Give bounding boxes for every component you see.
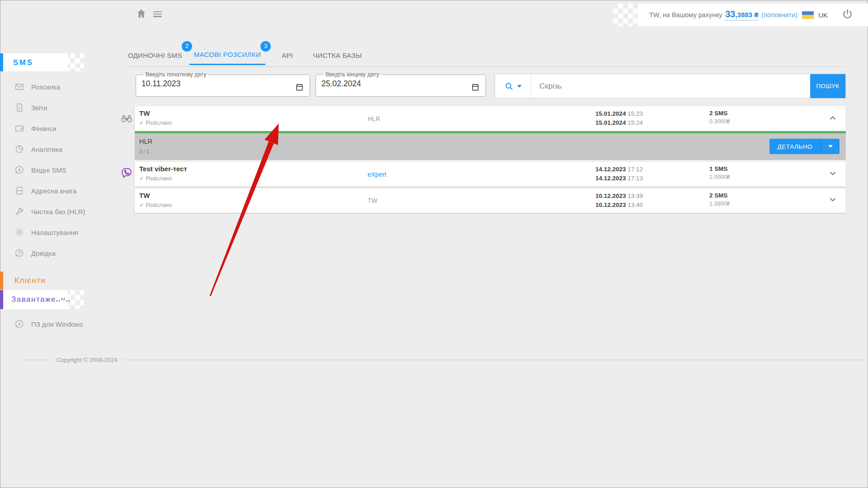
calendar-icon[interactable] <box>295 83 304 93</box>
balance-fraction: ,3883 ₴ <box>735 11 759 19</box>
tab-chystka-bazy[interactable]: ЧИСТКА БАЗЫ <box>308 45 366 65</box>
search-button[interactable]: ПОШУК <box>810 74 845 98</box>
sidebar-item-nalashtuvannya[interactable]: Налаштування <box>0 222 118 243</box>
sidebar-item-analityka[interactable]: Аналітика <box>0 139 118 160</box>
sidebar-item-windows-app[interactable]: ПЗ для Windows <box>0 316 83 332</box>
campaign-count-block: 1 SMS 2.0000₴ <box>709 165 730 180</box>
sidebar-nav: Розсилка Звіти Фінанси Аналітика Вхідні … <box>0 76 118 263</box>
inbox-sms-icon <box>14 165 24 175</box>
campaign-title: TW <box>139 109 172 117</box>
logout-power-icon[interactable] <box>841 8 854 22</box>
sms-count: 1 SMS <box>709 165 730 172</box>
calendar-icon[interactable] <box>471 83 480 93</box>
date-to-value[interactable]: 25.02.2024 <box>321 79 480 89</box>
tab-label: МАСОВІ РОЗСИЛКИ <box>194 51 261 58</box>
campaign-cost: 0.3000₴ <box>709 118 730 125</box>
sidebar-item-dovidka[interactable]: Довідка <box>0 243 118 263</box>
footer-divider <box>123 360 864 360</box>
search-input[interactable] <box>531 74 810 98</box>
chevron-down-icon <box>517 85 522 88</box>
sidebar-item-clients[interactable]: Клієнти <box>0 272 46 290</box>
ukraine-flag-icon <box>802 11 814 19</box>
sidebar-section-sms[interactable]: SMS <box>0 53 68 71</box>
sidebar-item-label: Фінанси <box>31 125 57 132</box>
campaign-status: ✓Розіслано <box>139 119 172 126</box>
sidebar-item-adresna-knyga[interactable]: Адресна книга <box>0 180 118 201</box>
campaign-status: ✓Розіслано <box>139 202 172 208</box>
campaign-cost: 1.3800₴ <box>709 201 730 207</box>
date-to-label: Введіть кінцеву дату <box>323 71 382 78</box>
sidebar-item-rozsylka[interactable]: Розсилка <box>0 76 118 97</box>
sidebar-item-label: Розсилка <box>31 83 60 91</box>
campaign-row[interactable]: TW ✓Розіслано TW 10.12.2023 13:39 10.12.… <box>135 188 846 213</box>
sidebar-item-label: Звіти <box>31 104 47 112</box>
chevron-down-icon[interactable] <box>828 169 838 180</box>
envelope-icon <box>14 82 24 92</box>
balance-whole: 33 <box>725 9 735 19</box>
report-icon <box>14 103 24 113</box>
campaign-title: Test viber-тест <box>139 165 187 173</box>
campaign-channel-link[interactable]: eXpert <box>368 162 386 187</box>
campaign-row[interactable]: TW ✓Розіслано HLR 15.01.2024 15:23 15.01… <box>135 106 846 131</box>
search-icon <box>504 81 514 91</box>
date-to-field[interactable]: Введіть кінцеву дату 25.02.2024 <box>316 71 486 97</box>
details-name: HLR <box>139 138 152 145</box>
tab-masovi-rozsylky[interactable]: МАСОВІ РОЗСИЛКИ 3 <box>189 45 265 65</box>
campaign-dates: 15.01.2024 15:23 15.01.2024 15:24 <box>595 109 643 127</box>
sidebar-item-chystka-baz[interactable]: Чистка баз (HLR) <box>0 201 118 222</box>
app-root: TW, на Вашому рахунку 33,3883 ₴ (поповни… <box>0 0 868 488</box>
checker-decoration <box>613 4 641 26</box>
details-progress: 3 / 1 <box>139 149 149 154</box>
date-from-label: Введіть початкову дату <box>143 71 208 78</box>
search-scope-dropdown[interactable] <box>495 74 531 98</box>
date-from-field[interactable]: Введіть початкову дату 10.11.2023 <box>136 71 310 97</box>
details-button[interactable]: ДЕТАЛЬНО <box>769 139 821 154</box>
chevron-down-icon[interactable] <box>828 195 838 206</box>
campaign-cost: 2.0000₴ <box>709 174 730 180</box>
chevron-up-icon[interactable] <box>828 113 838 125</box>
tab-label: API <box>282 52 293 59</box>
campaign-title-block: TW ✓Розіслано <box>139 109 172 126</box>
tab-odynochni-sms[interactable]: ОДИНОЧНІ SMS 2 <box>123 45 187 65</box>
sidebar-item-zvity[interactable]: Звіти <box>0 97 118 118</box>
sidebar-item-label: Довідка <box>31 249 56 257</box>
sidebar-item-label: Аналітика <box>31 145 62 153</box>
footer-divider <box>24 360 51 360</box>
details-split-button: ДЕТАЛЬНО <box>769 139 840 154</box>
sidebar-item-finansy[interactable]: Фінанси <box>0 118 118 139</box>
topup-link[interactable]: (поповнити) <box>761 11 797 19</box>
menu-icon[interactable] <box>153 10 162 18</box>
campaign-title-block: Test viber-тест ✓Розіслано <box>139 165 187 182</box>
tab-badge: 3 <box>260 41 271 52</box>
campaign-channel: HLR <box>368 106 380 131</box>
footer: Copyright © 2008-2024 <box>24 357 864 363</box>
check-icon: ✓ <box>139 175 144 182</box>
binoculars-icon <box>120 111 133 127</box>
campaign-count-block: 2 SMS 1.3800₴ <box>709 192 730 207</box>
check-icon: ✓ <box>139 120 144 126</box>
campaign-details-panel: HLR 3 / 1 ДЕТАЛЬНО <box>135 133 846 160</box>
tab-api[interactable]: API <box>277 45 297 65</box>
campaign-dates: 14.12.2023 17:12 14.12.2023 17:13 <box>595 165 643 183</box>
campaign-row[interactable]: Test viber-тест ✓Розіслано eXpert 14.12.… <box>135 162 846 187</box>
home-icon[interactable] <box>136 8 147 21</box>
pie-chart-icon <box>14 144 24 154</box>
campaign-title-block: TW ✓Розіслано <box>139 192 172 208</box>
sidebar-item-label: Чистка баз (HLR) <box>31 208 85 216</box>
sms-count: 2 SMS <box>709 110 730 117</box>
chevron-down-icon <box>828 145 833 148</box>
search-group: ПОШУК <box>495 74 846 99</box>
sidebar-item-vhidni-sms[interactable]: Вхідні SMS <box>0 160 118 180</box>
sidebar-item-label: Адресна книга <box>31 187 76 195</box>
balance-link[interactable]: 33,3883 ₴ <box>725 9 759 21</box>
details-dropdown-toggle[interactable] <box>821 139 840 154</box>
campaign-status: ✓Розіслано <box>139 175 187 182</box>
sidebar-item-label: Клієнти <box>14 276 46 285</box>
sidebar-item-downloads[interactable]: Завантаження <box>0 290 68 309</box>
language-switcher[interactable]: UK <box>802 11 828 19</box>
download-icon <box>14 319 24 329</box>
viber-icon <box>120 167 133 181</box>
sidebar-item-label: Вхідні SMS <box>31 166 66 174</box>
date-from-value[interactable]: 10.11.2023 <box>142 79 304 89</box>
account-panel: TW, на Вашому рахунку 33,3883 ₴ (поповни… <box>638 4 868 26</box>
